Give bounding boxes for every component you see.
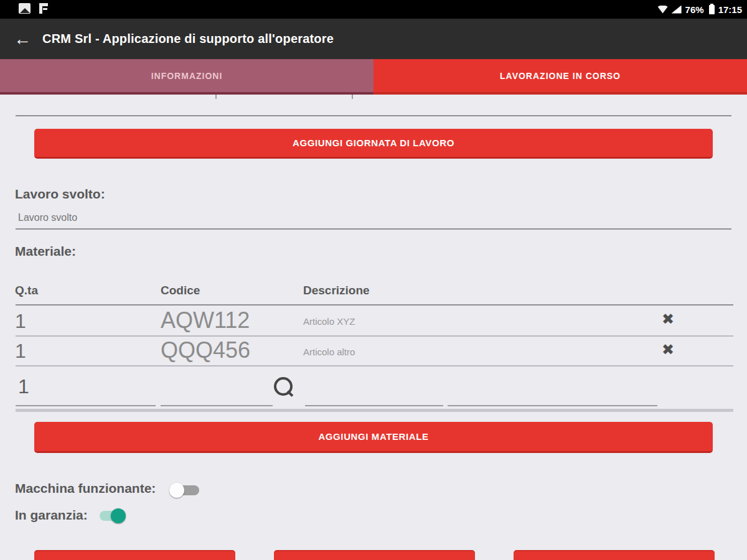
tab-lavorazione-label: LAVORAZIONE IN CORSO — [500, 71, 621, 81]
work-done-label: Lavoro svolto: — [15, 187, 105, 202]
add-material-button[interactable]: AGGIUNGI MATERIALE — [34, 422, 713, 453]
row2-qty[interactable]: 1 — [15, 340, 26, 363]
clock: 17:15 — [718, 4, 742, 15]
row2-description: Articolo altro — [303, 347, 355, 357]
row1-qty[interactable]: 1 — [15, 310, 26, 333]
machine-working-label: Macchina funzionante: — [15, 481, 156, 496]
column-header-description: Descrizione — [303, 284, 370, 297]
row-divider — [16, 365, 733, 366]
bottom-action-button-1[interactable] — [34, 550, 235, 560]
bottom-action-button-3[interactable] — [514, 550, 715, 560]
wifi-icon — [658, 6, 668, 14]
new-qty-underline — [16, 405, 156, 406]
tab-informazioni[interactable]: INFORMAZIONI — [0, 59, 374, 95]
tab-lavorazione-in-corso[interactable]: LAVORAZIONE IN CORSO — [374, 59, 747, 95]
add-workday-label: AGGIUNGI GIORNATA DI LAVORO — [293, 138, 454, 148]
column-header-code: Codice — [161, 284, 200, 297]
warranty-toggle[interactable] — [100, 508, 129, 524]
table-bottom-border — [16, 409, 733, 412]
row1-delete-icon[interactable]: ✖ — [662, 312, 674, 327]
toggle-thumb — [111, 508, 126, 523]
clipped-text-remnant — [215, 95, 217, 99]
work-done-underline — [16, 228, 731, 230]
new-description-underline[interactable] — [305, 405, 443, 406]
row2-code[interactable]: QQQ456 — [161, 337, 250, 363]
new-extra-underline[interactable] — [448, 405, 657, 406]
machine-working-toggle[interactable] — [169, 482, 199, 498]
bottom-action-button-2[interactable] — [274, 550, 475, 560]
status-bar: 76% 17:15 — [0, 0, 747, 19]
header-underline — [16, 304, 733, 306]
new-qty-input[interactable] — [17, 375, 156, 399]
add-material-label: AGGIUNGI MATERIALE — [318, 431, 428, 442]
battery-icon — [709, 5, 715, 14]
row2-delete-icon[interactable]: ✖ — [662, 342, 674, 357]
row-divider — [16, 335, 733, 337]
cell-signal-icon — [672, 6, 682, 14]
clipped-field-underline — [16, 115, 731, 116]
screenshot-notification-icon — [19, 3, 31, 14]
search-icon[interactable] — [274, 377, 293, 396]
material-label: Materiale: — [15, 244, 76, 259]
tab-bar: INFORMAZIONI LAVORAZIONE IN CORSO — [0, 59, 747, 95]
warranty-label: In garanzia: — [15, 508, 88, 523]
work-done-input[interactable] — [17, 212, 732, 224]
add-workday-button[interactable]: AGGIUNGI GIORNATA DI LAVORO — [34, 129, 713, 159]
page-title: CRM Srl - Applicazione di supporto all'o… — [42, 32, 334, 46]
new-code-underline[interactable] — [161, 405, 273, 406]
app-notification-icon — [39, 3, 48, 14]
row1-code[interactable]: AQW112 — [161, 307, 250, 334]
clipped-text-remnant — [352, 95, 353, 99]
battery-percent: 76% — [685, 4, 704, 15]
column-header-qty: Q.ta — [15, 284, 38, 297]
tab-informazioni-label: INFORMAZIONI — [151, 71, 223, 81]
app-screen: 76% 17:15 ← CRM Srl - Applicazione di su… — [0, 0, 747, 560]
app-bar: ← CRM Srl - Applicazione di supporto all… — [0, 19, 747, 59]
toggle-thumb — [169, 483, 184, 498]
back-arrow-icon[interactable]: ← — [14, 30, 35, 48]
row1-description: Articolo XYZ — [303, 316, 355, 327]
